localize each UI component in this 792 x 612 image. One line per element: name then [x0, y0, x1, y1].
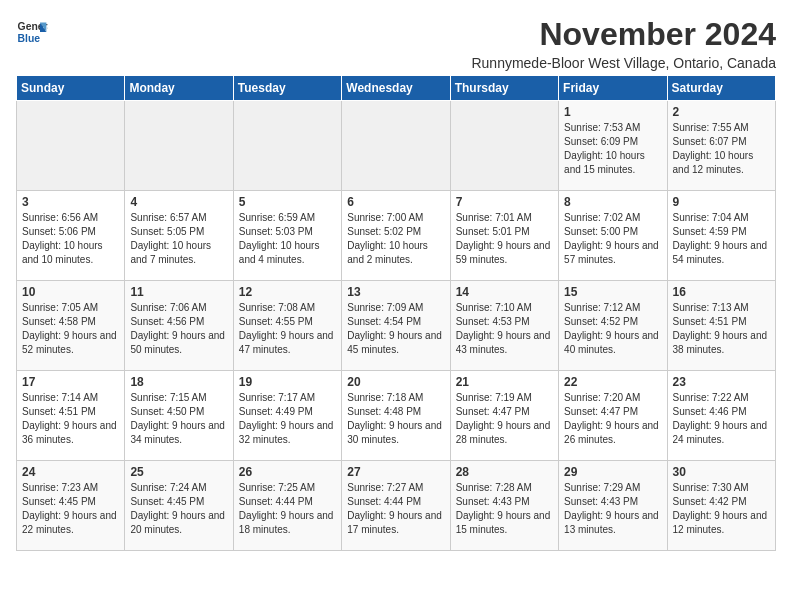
cell-info: Sunrise: 7:17 AM Sunset: 4:49 PM Dayligh…	[239, 391, 336, 447]
cell-info: Sunrise: 7:29 AM Sunset: 4:43 PM Dayligh…	[564, 481, 661, 537]
day-number: 4	[130, 195, 227, 209]
cell-info: Sunrise: 7:14 AM Sunset: 4:51 PM Dayligh…	[22, 391, 119, 447]
cell-info: Sunrise: 7:53 AM Sunset: 6:09 PM Dayligh…	[564, 121, 661, 177]
cell-info: Sunrise: 7:23 AM Sunset: 4:45 PM Dayligh…	[22, 481, 119, 537]
calendar-cell: 3Sunrise: 6:56 AM Sunset: 5:06 PM Daylig…	[17, 191, 125, 281]
cell-info: Sunrise: 6:57 AM Sunset: 5:05 PM Dayligh…	[130, 211, 227, 267]
day-number: 24	[22, 465, 119, 479]
cell-info: Sunrise: 7:28 AM Sunset: 4:43 PM Dayligh…	[456, 481, 553, 537]
day-number: 16	[673, 285, 770, 299]
cell-info: Sunrise: 7:02 AM Sunset: 5:00 PM Dayligh…	[564, 211, 661, 267]
cell-info: Sunrise: 7:55 AM Sunset: 6:07 PM Dayligh…	[673, 121, 770, 177]
calendar-week-row: 3Sunrise: 6:56 AM Sunset: 5:06 PM Daylig…	[17, 191, 776, 281]
cell-info: Sunrise: 7:10 AM Sunset: 4:53 PM Dayligh…	[456, 301, 553, 357]
day-number: 10	[22, 285, 119, 299]
cell-info: Sunrise: 7:30 AM Sunset: 4:42 PM Dayligh…	[673, 481, 770, 537]
weekday-header-row: SundayMondayTuesdayWednesdayThursdayFrid…	[17, 76, 776, 101]
day-number: 22	[564, 375, 661, 389]
day-number: 14	[456, 285, 553, 299]
calendar-cell	[233, 101, 341, 191]
calendar-week-row: 1Sunrise: 7:53 AM Sunset: 6:09 PM Daylig…	[17, 101, 776, 191]
cell-info: Sunrise: 7:24 AM Sunset: 4:45 PM Dayligh…	[130, 481, 227, 537]
cell-info: Sunrise: 7:15 AM Sunset: 4:50 PM Dayligh…	[130, 391, 227, 447]
cell-info: Sunrise: 7:04 AM Sunset: 4:59 PM Dayligh…	[673, 211, 770, 267]
calendar-cell: 16Sunrise: 7:13 AM Sunset: 4:51 PM Dayli…	[667, 281, 775, 371]
cell-info: Sunrise: 7:12 AM Sunset: 4:52 PM Dayligh…	[564, 301, 661, 357]
weekday-header-cell: Wednesday	[342, 76, 450, 101]
calendar-cell: 11Sunrise: 7:06 AM Sunset: 4:56 PM Dayli…	[125, 281, 233, 371]
day-number: 20	[347, 375, 444, 389]
calendar-cell	[342, 101, 450, 191]
title-block: November 2024 Runnymede-Bloor West Villa…	[471, 16, 776, 71]
cell-info: Sunrise: 7:20 AM Sunset: 4:47 PM Dayligh…	[564, 391, 661, 447]
day-number: 19	[239, 375, 336, 389]
calendar-cell	[17, 101, 125, 191]
day-number: 12	[239, 285, 336, 299]
calendar-cell: 27Sunrise: 7:27 AM Sunset: 4:44 PM Dayli…	[342, 461, 450, 551]
day-number: 30	[673, 465, 770, 479]
weekday-header-cell: Saturday	[667, 76, 775, 101]
subtitle: Runnymede-Bloor West Village, Ontario, C…	[471, 55, 776, 71]
calendar-cell: 23Sunrise: 7:22 AM Sunset: 4:46 PM Dayli…	[667, 371, 775, 461]
day-number: 28	[456, 465, 553, 479]
calendar-cell: 17Sunrise: 7:14 AM Sunset: 4:51 PM Dayli…	[17, 371, 125, 461]
weekday-header-cell: Friday	[559, 76, 667, 101]
calendar-cell: 25Sunrise: 7:24 AM Sunset: 4:45 PM Dayli…	[125, 461, 233, 551]
day-number: 7	[456, 195, 553, 209]
day-number: 17	[22, 375, 119, 389]
day-number: 8	[564, 195, 661, 209]
weekday-header-cell: Sunday	[17, 76, 125, 101]
day-number: 13	[347, 285, 444, 299]
calendar-cell: 22Sunrise: 7:20 AM Sunset: 4:47 PM Dayli…	[559, 371, 667, 461]
calendar-cell: 8Sunrise: 7:02 AM Sunset: 5:00 PM Daylig…	[559, 191, 667, 281]
calendar-cell: 30Sunrise: 7:30 AM Sunset: 4:42 PM Dayli…	[667, 461, 775, 551]
day-number: 1	[564, 105, 661, 119]
weekday-header-cell: Tuesday	[233, 76, 341, 101]
calendar-cell: 26Sunrise: 7:25 AM Sunset: 4:44 PM Dayli…	[233, 461, 341, 551]
cell-info: Sunrise: 7:05 AM Sunset: 4:58 PM Dayligh…	[22, 301, 119, 357]
cell-info: Sunrise: 7:25 AM Sunset: 4:44 PM Dayligh…	[239, 481, 336, 537]
day-number: 18	[130, 375, 227, 389]
day-number: 29	[564, 465, 661, 479]
day-number: 2	[673, 105, 770, 119]
logo-icon: General Blue	[16, 16, 48, 48]
cell-info: Sunrise: 7:19 AM Sunset: 4:47 PM Dayligh…	[456, 391, 553, 447]
day-number: 23	[673, 375, 770, 389]
weekday-header-cell: Monday	[125, 76, 233, 101]
day-number: 11	[130, 285, 227, 299]
day-number: 6	[347, 195, 444, 209]
calendar-cell: 2Sunrise: 7:55 AM Sunset: 6:07 PM Daylig…	[667, 101, 775, 191]
calendar-week-row: 10Sunrise: 7:05 AM Sunset: 4:58 PM Dayli…	[17, 281, 776, 371]
day-number: 15	[564, 285, 661, 299]
calendar-cell: 14Sunrise: 7:10 AM Sunset: 4:53 PM Dayli…	[450, 281, 558, 371]
calendar-cell: 20Sunrise: 7:18 AM Sunset: 4:48 PM Dayli…	[342, 371, 450, 461]
calendar-cell: 1Sunrise: 7:53 AM Sunset: 6:09 PM Daylig…	[559, 101, 667, 191]
calendar-cell: 18Sunrise: 7:15 AM Sunset: 4:50 PM Dayli…	[125, 371, 233, 461]
calendar-cell: 21Sunrise: 7:19 AM Sunset: 4:47 PM Dayli…	[450, 371, 558, 461]
day-number: 25	[130, 465, 227, 479]
calendar-cell: 7Sunrise: 7:01 AM Sunset: 5:01 PM Daylig…	[450, 191, 558, 281]
calendar-cell: 28Sunrise: 7:28 AM Sunset: 4:43 PM Dayli…	[450, 461, 558, 551]
cell-info: Sunrise: 6:56 AM Sunset: 5:06 PM Dayligh…	[22, 211, 119, 267]
header: General Blue November 2024 Runnymede-Blo…	[16, 16, 776, 71]
calendar-cell: 19Sunrise: 7:17 AM Sunset: 4:49 PM Dayli…	[233, 371, 341, 461]
calendar-cell: 5Sunrise: 6:59 AM Sunset: 5:03 PM Daylig…	[233, 191, 341, 281]
calendar-table: SundayMondayTuesdayWednesdayThursdayFrid…	[16, 75, 776, 551]
day-number: 3	[22, 195, 119, 209]
calendar-cell: 29Sunrise: 7:29 AM Sunset: 4:43 PM Dayli…	[559, 461, 667, 551]
calendar-cell: 9Sunrise: 7:04 AM Sunset: 4:59 PM Daylig…	[667, 191, 775, 281]
svg-text:Blue: Blue	[18, 33, 41, 44]
calendar-cell: 13Sunrise: 7:09 AM Sunset: 4:54 PM Dayli…	[342, 281, 450, 371]
cell-info: Sunrise: 7:08 AM Sunset: 4:55 PM Dayligh…	[239, 301, 336, 357]
cell-info: Sunrise: 7:27 AM Sunset: 4:44 PM Dayligh…	[347, 481, 444, 537]
cell-info: Sunrise: 7:18 AM Sunset: 4:48 PM Dayligh…	[347, 391, 444, 447]
cell-info: Sunrise: 7:09 AM Sunset: 4:54 PM Dayligh…	[347, 301, 444, 357]
calendar-cell: 12Sunrise: 7:08 AM Sunset: 4:55 PM Dayli…	[233, 281, 341, 371]
calendar-cell: 4Sunrise: 6:57 AM Sunset: 5:05 PM Daylig…	[125, 191, 233, 281]
day-number: 5	[239, 195, 336, 209]
cell-info: Sunrise: 7:01 AM Sunset: 5:01 PM Dayligh…	[456, 211, 553, 267]
calendar-cell: 24Sunrise: 7:23 AM Sunset: 4:45 PM Dayli…	[17, 461, 125, 551]
cell-info: Sunrise: 6:59 AM Sunset: 5:03 PM Dayligh…	[239, 211, 336, 267]
cell-info: Sunrise: 7:06 AM Sunset: 4:56 PM Dayligh…	[130, 301, 227, 357]
calendar-cell	[125, 101, 233, 191]
